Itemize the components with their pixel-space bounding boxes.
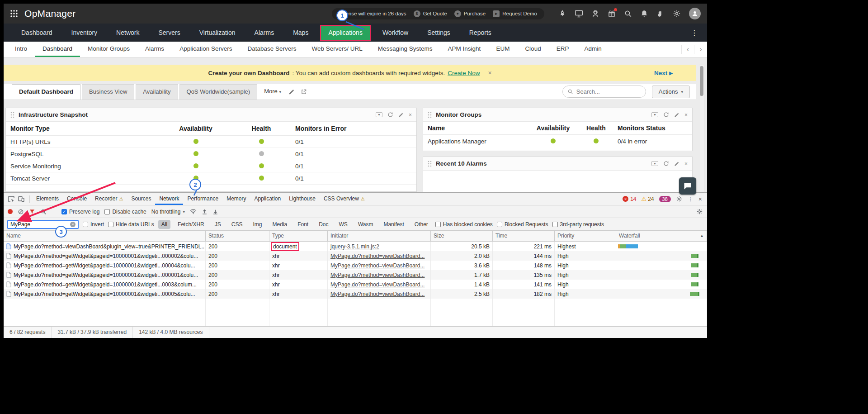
monitor-type-link[interactable]: PostgreSQL (10, 151, 164, 157)
col-time[interactable]: Time (493, 231, 555, 241)
support-icon[interactable] (591, 10, 599, 18)
apps-grid-icon[interactable] (10, 10, 18, 18)
filter-pill-fetch-xhr[interactable]: Fetch/XHR (175, 220, 208, 229)
subnav-item-messaging-systems[interactable]: Messaging Systems (370, 42, 440, 57)
devtools-tab-sources[interactable]: Sources (127, 193, 155, 205)
invert-checkbox[interactable]: Invert (83, 221, 104, 228)
filter-pill-other[interactable]: Other (411, 220, 431, 229)
widget-menu-icon[interactable]: ▼ (376, 112, 382, 117)
devtools-tab-performance[interactable]: Performance (183, 193, 222, 205)
col-size[interactable]: Size (431, 231, 493, 241)
nav-item-workflow[interactable]: Workflow (373, 24, 418, 42)
chevron-left-icon[interactable]: ‹ (681, 45, 694, 54)
subnav-item-alarms[interactable]: Alarms (137, 42, 172, 57)
close-icon[interactable]: × (409, 112, 412, 118)
subnav-item-admin[interactable]: Admin (576, 42, 609, 57)
devtools-tab-lighthouse[interactable]: Lighthouse (285, 193, 320, 205)
table-row[interactable]: MyPage.do?method=viewDashBoard&plugin_vi… (4, 242, 707, 251)
nav-item-applications[interactable]: Applications (320, 25, 371, 41)
initiator-link[interactable]: MyPage.do?method=viewDashBoard... (330, 272, 425, 278)
purchase-button[interactable]: ●Purchase (454, 10, 486, 17)
issues-count-badge[interactable]: 38 (659, 196, 671, 202)
initiator-link[interactable]: MyPage.do?method=viewDashBoard... (330, 281, 425, 288)
subnav-item-monitor-groups[interactable]: Monitor Groups (80, 42, 137, 57)
subnav-item-cloud[interactable]: Cloud (517, 42, 548, 57)
table-row[interactable]: MyPage.do?method=getWidget&pageid=100000… (4, 251, 707, 261)
table-row[interactable]: Service Monitoring 0/1 (6, 160, 416, 172)
nav-item-inventory[interactable]: Inventory (62, 24, 107, 42)
network-settings-icon[interactable] (696, 208, 703, 215)
devtools-tab-recorder[interactable]: Recorder⚠ (91, 193, 127, 205)
tab-more-menu[interactable]: More ▾ (259, 84, 287, 100)
subnav-item-apm-insight[interactable]: APM Insight (440, 42, 489, 57)
refresh-icon[interactable] (387, 112, 393, 118)
refresh-icon[interactable] (663, 161, 669, 167)
devtools-tab-memory[interactable]: Memory (222, 193, 250, 205)
edit-icon[interactable] (398, 112, 404, 118)
table-row[interactable]: PostgreSQL 0/1 (6, 148, 416, 160)
col-initiator[interactable]: Initiator (328, 231, 431, 241)
create-now-link[interactable]: Create Now (448, 70, 480, 76)
filter-icon[interactable] (29, 209, 35, 215)
monitor-type-link[interactable]: Tomcat Server (10, 175, 164, 182)
filter-pill-font[interactable]: Font (294, 220, 311, 229)
nav-item-settings[interactable]: Settings (418, 24, 460, 42)
filter-input-box[interactable]: × (7, 220, 79, 229)
nav-item-virtualization[interactable]: Virtualization (190, 24, 245, 42)
filter-pill-manifest[interactable]: Manifest (380, 220, 407, 229)
nav-overflow-icon[interactable]: ⋮ (685, 29, 703, 37)
filter-pill-wasm[interactable]: Wasm (355, 220, 377, 229)
edit-dashboard-icon[interactable] (288, 89, 295, 95)
table-row[interactable]: MyPage.do?method=getWidget&pageid=100000… (4, 261, 707, 270)
gear-icon[interactable] (673, 10, 681, 18)
refresh-icon[interactable] (663, 112, 669, 118)
device-toolbar-icon[interactable] (18, 195, 25, 203)
request-demo-button[interactable]: ▸Request Demo (493, 10, 537, 17)
subnav-item-dashboard[interactable]: Dashboard (35, 42, 80, 57)
rocket-icon[interactable] (558, 10, 566, 18)
avatar[interactable] (689, 8, 701, 19)
get-quote-button[interactable]: $Get Quote (414, 10, 447, 17)
export-har-icon[interactable] (212, 209, 218, 214)
drag-handle-icon[interactable] (10, 112, 15, 118)
widget-menu-icon[interactable]: ▼ (651, 161, 658, 166)
monitor-type-link[interactable]: HTTP(s) URLs (10, 138, 164, 145)
filter-pill-all[interactable]: All (158, 220, 170, 229)
nav-item-servers[interactable]: Servers (149, 24, 189, 42)
table-row[interactable]: HTTP(s) URLs 0/1 (6, 136, 416, 148)
nav-item-alarms[interactable]: Alarms (245, 24, 284, 42)
devtools-settings-icon[interactable] (676, 195, 683, 202)
clear-network-log-icon[interactable] (18, 209, 24, 215)
initiator-link[interactable]: MyPage.do?method=viewDashBoard... (330, 262, 425, 269)
search-network-icon[interactable] (40, 209, 47, 215)
tab-business-view[interactable]: Business View (82, 84, 134, 100)
actions-button[interactable]: Actions▾ (652, 86, 690, 98)
bell-icon[interactable] (640, 10, 648, 18)
open-in-new-icon[interactable] (301, 89, 307, 95)
tab-default-dashboard[interactable]: Default Dashboard (12, 84, 80, 100)
banner-next-button[interactable]: Next▶ (654, 70, 673, 76)
table-row[interactable]: Applications Manager 0/4 in error (423, 135, 692, 148)
throttling-select[interactable]: No throttling▾ (151, 209, 185, 215)
widget-menu-icon[interactable]: ▼ (651, 112, 658, 117)
col-status[interactable]: Status (206, 231, 269, 241)
initiator-link[interactable]: jquery-3.5.1.min.js:2 (330, 243, 379, 250)
disable-cache-checkbox[interactable]: Disable cache (104, 209, 146, 215)
table-row[interactable]: Tomcat Server 0/1 (6, 172, 416, 185)
col-waterfall[interactable]: Waterfall▲ (616, 231, 707, 241)
subnav-item-eum[interactable]: EUM (488, 42, 517, 57)
record-button[interactable] (8, 209, 13, 214)
scrollbar-thumb[interactable] (700, 66, 703, 96)
page-scrollbar[interactable] (699, 65, 704, 192)
chevron-right-icon[interactable]: › (694, 45, 707, 54)
feedback-chat-button[interactable] (679, 177, 696, 195)
nav-item-maps[interactable]: Maps (283, 24, 318, 42)
dashboard-search[interactable] (562, 86, 646, 98)
devtools-tab-application[interactable]: Application (250, 193, 285, 205)
hand-icon[interactable] (656, 10, 665, 18)
filter-pill-js[interactable]: JS (212, 220, 224, 229)
inspect-element-icon[interactable] (8, 195, 15, 203)
table-row[interactable]: MyPage.do?method=getWidget&pageid=100000… (4, 289, 707, 299)
initiator-link[interactable]: MyPage.do?method=viewDashBoard... (330, 291, 425, 297)
edit-icon[interactable] (674, 161, 679, 167)
